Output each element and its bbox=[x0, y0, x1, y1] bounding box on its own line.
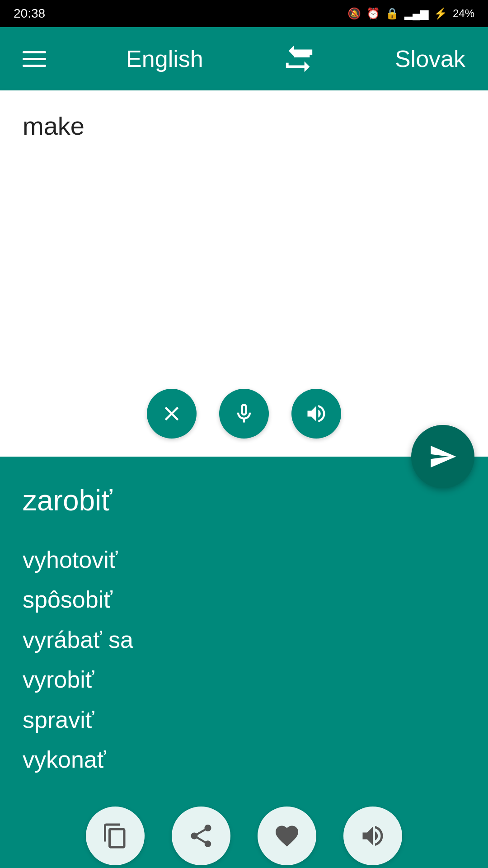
menu-line-2 bbox=[23, 58, 46, 60]
status-icons: 🔕 ⏰ 🔒 ▂▄▆ ⚡ 24% bbox=[347, 7, 474, 20]
alt-translation-2: spôsobiť bbox=[23, 580, 465, 619]
status-time: 20:38 bbox=[14, 6, 45, 21]
close-icon bbox=[160, 402, 183, 425]
result-actions bbox=[23, 807, 465, 868]
navbar: English Slovak bbox=[0, 27, 488, 90]
signal-icon: ▂▄▆ bbox=[404, 7, 428, 20]
status-bar: 20:38 🔕 ⏰ 🔒 ▂▄▆ ⚡ 24% bbox=[0, 0, 488, 27]
primary-translation: zarobiť bbox=[23, 484, 465, 517]
send-icon bbox=[428, 442, 457, 471]
share-icon bbox=[188, 822, 215, 849]
clear-button[interactable] bbox=[147, 389, 197, 439]
speak-result-button[interactable] bbox=[343, 807, 402, 865]
notification-bell-icon: 🔕 bbox=[347, 7, 361, 20]
speaker-button[interactable] bbox=[291, 389, 341, 439]
alt-translation-1: vyhotoviť bbox=[23, 540, 465, 580]
favorite-button[interactable] bbox=[258, 807, 316, 865]
copy-button[interactable] bbox=[86, 807, 145, 865]
swap-languages-button[interactable] bbox=[283, 43, 315, 75]
input-section: make bbox=[0, 90, 488, 457]
alt-translation-3: vyrábať sa bbox=[23, 620, 465, 660]
translate-button[interactable] bbox=[411, 425, 474, 488]
share-button[interactable] bbox=[172, 807, 230, 865]
battery-icon: 24% bbox=[453, 7, 474, 20]
heart-icon bbox=[273, 822, 300, 849]
sim-icon: 🔒 bbox=[385, 7, 399, 20]
result-section: zarobiť vyhotoviť spôsobiť vyrábať sa vy… bbox=[0, 457, 488, 868]
input-text-display[interactable]: make bbox=[23, 108, 465, 380]
target-language-button[interactable]: Slovak bbox=[395, 45, 465, 72]
copy-icon bbox=[102, 822, 129, 849]
alternative-translations: vyhotoviť spôsobiť vyrábať sa vyrobiť sp… bbox=[23, 540, 465, 779]
menu-button[interactable] bbox=[23, 51, 46, 67]
microphone-icon bbox=[232, 402, 256, 425]
menu-line-1 bbox=[23, 51, 46, 53]
charging-icon: ⚡ bbox=[434, 7, 447, 20]
swap-icon bbox=[283, 43, 315, 75]
speaker-icon bbox=[305, 402, 328, 425]
alt-translation-6: vykonať bbox=[23, 740, 465, 779]
alarm-icon: ⏰ bbox=[366, 7, 380, 20]
source-language-button[interactable]: English bbox=[126, 45, 203, 72]
alt-translation-5: spraviť bbox=[23, 700, 465, 740]
volume-icon bbox=[359, 822, 386, 849]
alt-translation-4: vyrobiť bbox=[23, 660, 465, 699]
menu-line-3 bbox=[23, 65, 46, 67]
input-actions bbox=[23, 380, 465, 443]
microphone-button[interactable] bbox=[219, 389, 269, 439]
